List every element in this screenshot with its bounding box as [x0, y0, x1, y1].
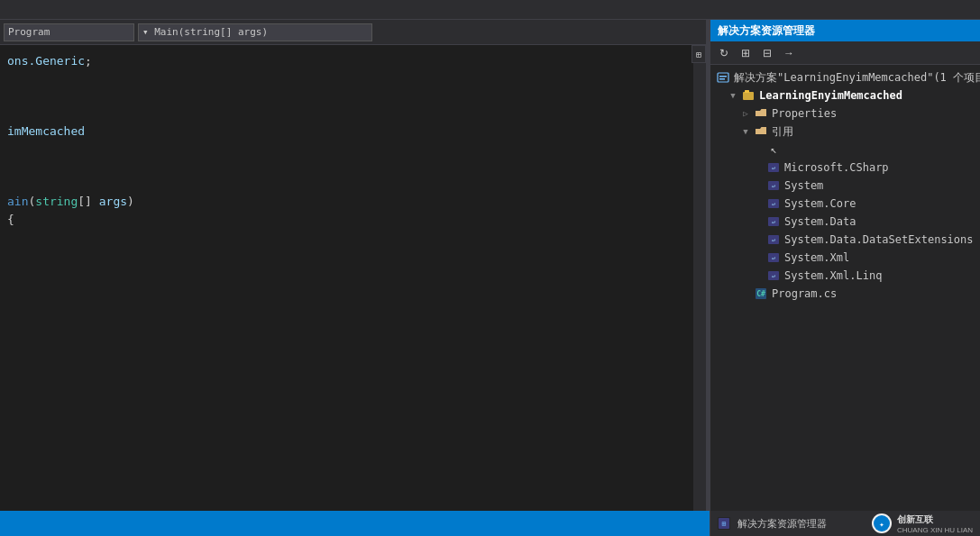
tree-item-system-core[interactable]: ↩ System.Core: [710, 195, 980, 213]
solution-icon: [716, 70, 730, 85]
cs-file-icon: C#: [754, 286, 768, 301]
ref-label-csharp: Microsoft.CSharp: [784, 161, 889, 174]
svg-rect-2: [719, 78, 725, 80]
svg-text:↩: ↩: [772, 201, 775, 208]
ref-icon-system-core: ↩: [766, 196, 781, 211]
properties-label: Properties: [772, 107, 837, 120]
tree-item-system[interactable]: ↩ System: [710, 177, 980, 195]
toolbar-btn-expand[interactable]: ⊞: [736, 44, 756, 62]
svg-text:C#: C#: [756, 290, 765, 298]
toolbar-btn-arrow[interactable]: →: [779, 44, 799, 62]
class-dropdown[interactable]: Program: [4, 23, 134, 41]
svg-text:↩: ↩: [772, 219, 775, 226]
svg-text:⊞: ⊞: [722, 520, 727, 528]
ref-icon-system: ↩: [766, 178, 781, 193]
brand-name-en: CHUANG XIN HU LIAN: [897, 526, 973, 534]
cursor-icon: ↖: [766, 142, 781, 157]
tree-item-properties[interactable]: ▷ Properties: [710, 104, 980, 123]
ref-icon-csharp: ↩: [766, 160, 781, 175]
svg-rect-1: [719, 76, 727, 77]
brand-area: ✦ 创新互联 CHUANG XIN HU LIAN: [872, 513, 973, 534]
brand-text-area: 创新互联 CHUANG XIN HU LIAN: [897, 513, 973, 534]
ref-label-system-xml: System.Xml: [784, 251, 849, 264]
svg-rect-4: [745, 90, 749, 93]
tree-item-system-data-dse[interactable]: ↩ System.Data.DataSetExtensions: [710, 231, 980, 249]
svg-text:↩: ↩: [772, 255, 775, 262]
tree-item-system-data[interactable]: ↩ System.Data: [710, 213, 980, 231]
project-icon: [741, 88, 756, 103]
svg-text:✦: ✦: [879, 520, 884, 529]
tree-item-cursor: ↖: [710, 141, 980, 159]
svg-rect-0: [718, 73, 728, 82]
tree-item-system-xml-linq[interactable]: ↩ System.Xml.Linq: [710, 267, 980, 285]
solution-panel-title: 解决方案资源管理器: [710, 20, 980, 41]
ref-label-system-data-dse: System.Data.DataSetExtensions: [784, 233, 974, 246]
project-label: LearningEnyimMemcached: [759, 89, 902, 102]
tree-item-project[interactable]: ▼ LearningEnyimMemcached: [710, 86, 980, 104]
solution-explorer-panel: 解决方案资源管理器 ↻ ⊞ ⊟ → 解决方案"LearningEnyimMemc…: [710, 20, 980, 511]
toolbar-btn-collapse[interactable]: ⊟: [757, 44, 777, 62]
solution-label: 解决方案"LearningEnyimMemcached"(1 个项目): [734, 70, 980, 86]
solution-panel-toolbar: ↻ ⊞ ⊟ →: [710, 41, 980, 65]
solution-statusbar: ⊞ 解决方案资源管理器 ✦ 创新互联 CHUANG XIN HU LIAN: [710, 511, 980, 536]
svg-text:↩: ↩: [772, 165, 775, 172]
svg-text:↩: ↩: [772, 183, 775, 190]
editor-toolbar: Program ▾ Main(string[] args): [0, 20, 706, 45]
tree-item-solution[interactable]: 解决方案"LearningEnyimMemcached"(1 个项目): [710, 68, 980, 86]
sol-nav-icon[interactable]: ⊞: [718, 517, 730, 530]
tree-item-microsoft-csharp[interactable]: ↩ Microsoft.CSharp: [710, 159, 980, 177]
svg-text:↩: ↩: [772, 237, 775, 244]
editor-area: Program ▾ Main(string[] args) ⊞ ons.Gene…: [0, 20, 706, 511]
svg-text:↩: ↩: [772, 273, 775, 280]
ref-icon-system-data-dse: ↩: [766, 232, 781, 247]
editor-statusbar: [0, 511, 710, 536]
brand-logo-icon: ✦: [872, 513, 892, 533]
code-editor[interactable]: ons.Generic; imMemcached ain(string[] ar…: [0, 45, 693, 511]
tree-item-program-cs[interactable]: C# Program.cs: [710, 285, 980, 303]
main-area: Program ▾ Main(string[] args) ⊞ ons.Gene…: [0, 20, 980, 511]
brand-name: 创新互联: [897, 513, 973, 526]
svg-rect-3: [743, 92, 754, 100]
references-expander[interactable]: ▼: [739, 125, 752, 138]
ref-icon-system-data: ↩: [766, 214, 781, 229]
references-folder-icon: [754, 124, 768, 139]
properties-folder-icon: [754, 106, 768, 121]
toolbar-btn-refresh[interactable]: ↻: [714, 44, 734, 62]
scroll-right-button[interactable]: ⊞: [691, 45, 706, 63]
tree-item-references-folder[interactable]: ▼ 引用: [710, 123, 980, 141]
ref-label-system-core: System.Core: [784, 197, 856, 210]
ref-label-system-xml-linq: System.Xml.Linq: [784, 269, 882, 282]
editor-content: ⊞ ons.Generic; imMemcached ain(string[] …: [0, 45, 706, 511]
method-dropdown[interactable]: ▾ Main(string[] args): [138, 23, 372, 41]
solution-tree: 解决方案"LearningEnyimMemcached"(1 个项目) ▼ Le…: [710, 65, 980, 511]
program-cs-label: Program.cs: [772, 287, 837, 300]
project-expander[interactable]: ▼: [727, 89, 739, 102]
solution-bottom-label: 解决方案资源管理器: [737, 517, 827, 531]
ref-label-system: System: [784, 179, 823, 192]
top-toolbar: [0, 0, 980, 20]
ref-icon-system-xml: ↩: [766, 250, 781, 265]
ref-label-system-data: System.Data: [784, 215, 856, 228]
references-label: 引用: [772, 124, 793, 140]
properties-expander[interactable]: ▷: [739, 107, 752, 120]
bottom-row: ⊞ 解决方案资源管理器 ✦ 创新互联 CHUANG XIN HU LIAN: [0, 511, 980, 536]
ref-icon-system-xml-linq: ↩: [766, 268, 781, 283]
tree-item-system-xml[interactable]: ↩ System.Xml: [710, 249, 980, 267]
vertical-scrollbar[interactable]: [693, 45, 706, 511]
